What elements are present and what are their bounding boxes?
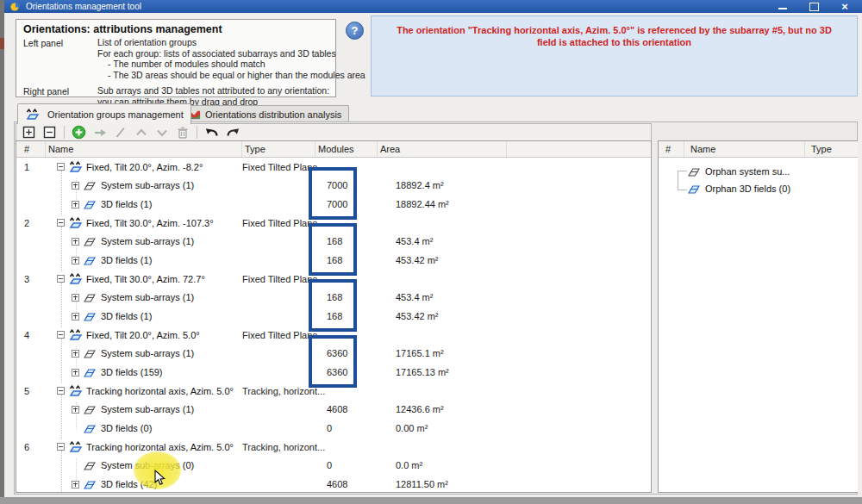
expand-icon[interactable] (72, 406, 79, 414)
subarrays-area: 0.0 m² (378, 460, 507, 470)
row-number: 3 (16, 274, 46, 284)
fields-row[interactable]: 3D fields (159) 6360 17165.13 m² (16, 363, 651, 382)
fields-label: 3D fields (42) (101, 479, 157, 489)
subarrays-icon (83, 348, 97, 358)
background-window-strip (0, 0, 4, 504)
undo-button[interactable] (202, 125, 222, 140)
expand-all-button[interactable] (19, 125, 39, 140)
subarrays-row[interactable]: System sub-arrays (1) 6360 17165.1 m² (16, 345, 651, 364)
orientation-type: Fixed Tilted Plane (242, 218, 315, 228)
collapse-icon[interactable] (57, 275, 65, 283)
fields-label: 3D fields (0) (101, 423, 152, 433)
subarrays-row[interactable]: System sub-arrays (1) 4608 12436.6 m² (16, 401, 651, 420)
orientation-row[interactable]: 5 Tracking horizontal axis, Azim. 5.0° T… (16, 382, 651, 401)
collapse-icon[interactable] (57, 219, 65, 227)
fields-icon (687, 184, 701, 194)
collapse-icon[interactable] (57, 443, 65, 451)
subarrays-row[interactable]: System sub-arrays (1) 168 453.4 m² (16, 289, 651, 308)
orphan-fields-item[interactable]: Orphan 3D fields (0) (659, 180, 858, 197)
edit-button[interactable] (110, 125, 130, 140)
fields-label: 3D fields (1) (101, 255, 152, 265)
info-panel: Orientations: attributions management Le… (16, 19, 336, 97)
subarrays-icon (83, 180, 97, 190)
header-name: Name (46, 141, 242, 157)
tree-line (678, 171, 687, 190)
redo-icon (226, 126, 240, 140)
fields-label: 3D fields (1) (101, 199, 152, 209)
minimize-button[interactable] (778, 3, 788, 11)
fields-row[interactable]: 3D fields (42) 4608 12811.50 m² (16, 475, 651, 493)
expand-icon[interactable] (72, 350, 79, 358)
toolbar-separator (64, 126, 65, 139)
orientation-name: Fixed, Tilt 20.0°, Azim. -8.2° (86, 162, 203, 172)
fields-row[interactable]: 3D fields (0) 0 0.00 m² (16, 419, 651, 438)
fields-row[interactable]: 3D fields (1) 168 453.42 m² (16, 251, 651, 270)
collapse-icon[interactable] (57, 163, 65, 171)
toolbar-separator (197, 126, 197, 139)
orientation-group: 6 Tracking horizontal axis, Azim. 5.0° T… (16, 438, 651, 493)
fields-row[interactable]: 3D fields (1) 168 453.42 m² (16, 307, 651, 326)
subarrays-row[interactable]: System sub-arrays (1) 168 453.4 m² (16, 233, 651, 252)
orientation-row[interactable]: 4 Fixed, Tilt 20.0°, Azim. 5.0° Fixed Ti… (16, 326, 651, 345)
expand-icon[interactable] (72, 369, 79, 376)
orphan-subarrays-item[interactable]: Orphan system su... (659, 163, 858, 180)
orientation-row[interactable]: 6 Tracking horizontal axis, Azim. 5.0° T… (16, 438, 651, 457)
expand-icon[interactable] (72, 201, 79, 208)
collapse-all-icon (43, 126, 56, 139)
fields-modules: 0 (315, 423, 378, 433)
subarrays-modules: 6360 (315, 348, 378, 358)
orientation-icon (68, 161, 83, 172)
expand-icon[interactable] (72, 313, 79, 320)
expand-icon[interactable] (72, 481, 79, 488)
move-down-button[interactable] (152, 125, 172, 140)
subarrays-modules: 168 (315, 292, 378, 302)
orientation-icon (68, 329, 83, 340)
close-button[interactable]: × (840, 3, 850, 11)
orientation-name: Fixed, Tilt 30.0°, Azim. -107.3° (86, 218, 214, 228)
expand-icon[interactable] (72, 238, 79, 246)
delete-button[interactable] (172, 125, 192, 140)
expand-icon[interactable] (72, 182, 79, 190)
move-up-button[interactable] (131, 125, 151, 140)
orientation-row[interactable]: 3 Fixed, Tilt 30.0°, Azim. 72.7° Fixed T… (16, 270, 651, 289)
orientation-row[interactable]: 2 Fixed, Tilt 30.0°, Azim. -107.3° Fixed… (16, 214, 651, 233)
tab-orientation-groups-management[interactable]: Orientation groups management (17, 103, 191, 124)
info-line: For each group: lists of associated suba… (97, 48, 365, 59)
titlebar[interactable]: Orientations management tool × (4, 0, 862, 13)
fields-label: 3D fields (1) (101, 311, 152, 321)
maximize-button[interactable] (809, 3, 819, 11)
fields-icon (83, 367, 97, 377)
attribute-button[interactable] (90, 125, 109, 140)
collapse-icon[interactable] (57, 387, 65, 395)
subarrays-area: 453.4 m² (378, 236, 507, 246)
redo-button[interactable] (222, 125, 242, 140)
orientation-type: Tracking, horizont... (242, 442, 315, 452)
header-spacer (507, 141, 651, 157)
subarrays-row[interactable]: System sub-arrays (0) 0 0.0 m² (16, 457, 651, 476)
collapse-all-button[interactable] (40, 125, 59, 140)
subarrays-area: 453.4 m² (378, 292, 507, 302)
add-orientation-button[interactable] (69, 125, 89, 140)
subarrays-icon (687, 166, 701, 177)
undo-icon (205, 126, 219, 140)
help-icon[interactable]: ? (346, 22, 364, 40)
tab-orientations-distribution-analysis[interactable]: Orientations distribution analysis (178, 105, 349, 122)
info-line: - The 3D areas should be equal or higher… (97, 70, 365, 81)
toolbar (16, 123, 652, 141)
subarrays-modules: 7000 (315, 180, 378, 190)
orientation-icon (68, 385, 83, 396)
fields-icon (83, 199, 97, 209)
orphan-subarrays-label: Orphan system su... (705, 166, 790, 177)
fields-icon (83, 423, 97, 433)
expand-icon[interactable] (72, 257, 79, 264)
collapse-icon[interactable] (57, 331, 65, 339)
expand-icon[interactable] (72, 294, 79, 302)
orientation-row[interactable]: 1 Fixed, Tilt 20.0°, Azim. -8.2° Fixed T… (16, 158, 651, 177)
orientation-group: 1 Fixed, Tilt 20.0°, Azim. -8.2° Fixed T… (16, 158, 651, 214)
orientation-name: Tracking horizontal axis, Azim. 5.0° (86, 442, 234, 452)
orientation-icon (68, 273, 83, 284)
fields-row[interactable]: 3D fields (1) 7000 18892.44 m² (16, 195, 651, 214)
subarrays-row[interactable]: System sub-arrays (1) 7000 18892.4 m² (16, 177, 651, 196)
orientation-group: 2 Fixed, Tilt 30.0°, Azim. -107.3° Fixed… (16, 214, 651, 270)
row-number: 5 (16, 386, 46, 396)
